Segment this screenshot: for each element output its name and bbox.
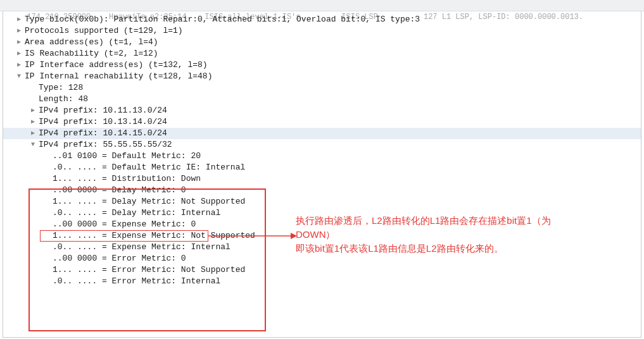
tree-row[interactable]: Type: 128 [3, 82, 641, 94]
expand-icon[interactable]: ▶ [15, 49, 23, 58]
tree-label: ..01 0100 = Default Metric: 20 [53, 151, 201, 162]
packet-details-panel: ▶Type block(0x0b): Partition Repair:0, A… [3, 11, 641, 338]
tree-label: .0.. .... = Default Metric IE: Internal [53, 162, 245, 173]
tree-label: IPv4 prefix: 10.13.14.0/24 [39, 116, 167, 128]
tree-spacer [28, 83, 37, 92]
tree-spacer [42, 231, 51, 240]
tree-label: ..00 0000 = Delay Metric: 0 [53, 185, 186, 196]
tree-spacer [28, 95, 37, 104]
tree-label: ..00 0000 = Error Metric: 0 [53, 253, 186, 264]
tree-label: 1... .... = Expense Metric: Not Supporte… [53, 230, 255, 242]
packet-header-row: 174 210.359000 HuaweiTe_e2:25:14 ISIS-al… [0, 0, 644, 11]
tree-spacer [42, 254, 51, 263]
tree-row[interactable]: 1... .... = Error Metric: Not Supported [3, 264, 641, 276]
tree-spacer [42, 243, 51, 252]
collapse-icon[interactable]: ▼ [28, 140, 37, 149]
tree-label: IS Reachability (t=2, l=12) [25, 48, 158, 59]
tree-spacer [42, 266, 51, 274]
expand-icon[interactable]: ▶ [15, 15, 23, 24]
tree-label: IP Interface address(es) (t=132, l=8) [25, 59, 208, 71]
tree-row[interactable]: Length: 48 [3, 94, 641, 105]
expand-icon[interactable]: ▶ [28, 106, 37, 115]
expand-icon[interactable]: ▶ [15, 61, 23, 70]
tree-spacer [42, 197, 51, 206]
tree-row[interactable]: 1... .... = Delay Metric: Not Supported [3, 196, 641, 207]
tree-label: .0.. .... = Delay Metric: Internal [53, 207, 220, 219]
annotation-text: 执行路由渗透后，L2路由转化的L1路由会存在描述bit置1（为DOWN） 即该b… [296, 214, 568, 256]
tree-label: 1... .... = Distribution: Down [53, 173, 201, 185]
annotation-line2: 即该bit置1代表该L1路由信息是L2路由转化来的。 [296, 242, 568, 256]
tree-label: Area address(es) (t=1, l=4) [25, 37, 158, 48]
expand-icon[interactable]: ▶ [28, 129, 37, 138]
annotation-line1: 执行路由渗透后，L2路由转化的L1路由会存在描述bit置1（为DOWN） [296, 214, 568, 242]
tree-row[interactable]: .0.. .... = Default Metric IE: Internal [3, 162, 641, 173]
tree-row[interactable]: ▶IS Reachability (t=2, l=12) [3, 48, 641, 59]
collapse-icon[interactable]: ▼ [15, 72, 23, 81]
expand-icon[interactable]: ▶ [15, 27, 23, 35]
tree-spacer [42, 186, 51, 195]
tree-row[interactable]: 1... .... = Distribution: Down [3, 173, 641, 185]
tree-label: .0.. .... = Expense Metric: Internal [53, 242, 230, 253]
tree-spacer [42, 175, 51, 183]
tree-spacer [42, 220, 51, 229]
tree-row[interactable]: ▶Type block(0x0b): Partition Repair:0, A… [3, 14, 641, 25]
tree-spacer [42, 209, 51, 218]
tree-row[interactable]: ▶Area address(es) (t=1, l=4) [3, 37, 641, 48]
tree-row[interactable]: ▶IPv4 prefix: 10.14.15.0/24 [3, 128, 641, 139]
tree-label: Protocols supported (t=129, l=1) [25, 25, 183, 37]
expand-icon[interactable]: ▶ [28, 118, 37, 126]
tree-label: IP Internal reachability (t=128, l=48) [25, 71, 212, 82]
tree-row[interactable]: ..01 0100 = Default Metric: 20 [3, 151, 641, 162]
tree-row[interactable]: ▶Protocols supported (t=129, l=1) [3, 25, 641, 37]
tree-label: .0.. .... = Error Metric: Internal [53, 276, 220, 287]
tree-label: IPv4 prefix: 55.55.55.55/32 [39, 139, 172, 151]
expand-icon[interactable]: ▶ [15, 38, 23, 47]
tree-row[interactable]: ▼IPv4 prefix: 55.55.55.55/32 [3, 139, 641, 151]
tree-label: Type block(0x0b): Partition Repair:0, At… [25, 14, 420, 25]
tree-label: ..00 0000 = Expense Metric: 0 [53, 219, 196, 230]
tree-row[interactable]: ▶IPv4 prefix: 10.13.14.0/24 [3, 116, 641, 128]
tree-label: 1... .... = Delay Metric: Not Supported [53, 196, 245, 207]
tree-label: 1... .... = Error Metric: Not Supported [53, 264, 245, 276]
tree-row[interactable]: ▼IP Internal reachability (t=128, l=48) [3, 71, 641, 82]
tree-row[interactable]: .0.. .... = Error Metric: Internal [3, 276, 641, 287]
tree-spacer [42, 277, 51, 286]
tree-label: Type: 128 [39, 82, 83, 94]
tree-label: IPv4 prefix: 10.11.13.0/24 [39, 105, 167, 116]
tree-label: Length: 48 [39, 94, 88, 105]
tree-spacer [42, 163, 51, 172]
tree-row[interactable]: ▶IP Interface address(es) (t=132, l=8) [3, 59, 641, 71]
tree-row[interactable]: ..00 0000 = Delay Metric: 0 [3, 185, 641, 196]
tree-spacer [42, 152, 51, 161]
tree-row[interactable]: ▶IPv4 prefix: 10.11.13.0/24 [3, 105, 641, 116]
tree-label: IPv4 prefix: 10.14.15.0/24 [39, 128, 167, 139]
